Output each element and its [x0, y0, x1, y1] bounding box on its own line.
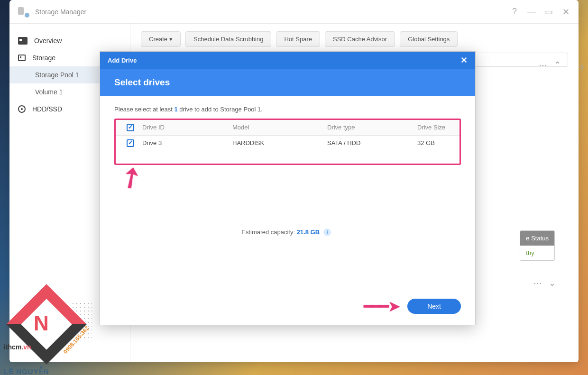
help-icon[interactable]: ?	[510, 7, 519, 17]
status-header: e Status	[520, 231, 554, 246]
sidebar-item-label: Storage	[32, 54, 55, 62]
col-model: Model	[232, 124, 327, 131]
table-row[interactable]: Drive 3 HARDDISK SATA / HDD 32 GB	[116, 136, 459, 151]
sidebar-item-label: Overview	[34, 37, 62, 45]
overview-icon	[18, 37, 28, 45]
cell-size: 32 GB	[417, 139, 457, 147]
floating-help-icon[interactable]: ?	[577, 62, 586, 76]
sidebar-item-label: Storage Pool 1	[35, 71, 79, 79]
app-title: Storage Manager	[35, 8, 86, 16]
cell-type: SATA / HDD	[327, 139, 417, 147]
status-box: e Status thy	[520, 230, 555, 261]
col-drive-type: Drive type	[327, 124, 417, 131]
modal-close-button[interactable]: ✕	[460, 55, 468, 65]
sidebar-item-overview[interactable]: Overview	[9, 32, 130, 49]
col-drive-id: Drive ID	[142, 124, 232, 131]
info-icon[interactable]: i	[323, 229, 331, 236]
chevron-up-icon[interactable]: ⌃	[554, 60, 561, 70]
ssd-cache-advisor-button[interactable]: SSD Cache Advisor	[325, 31, 395, 47]
hot-spare-button[interactable]: Hot Spare	[276, 31, 320, 47]
cell-model: HARDDISK	[232, 139, 327, 147]
window-controls: ? — ▭ ✕	[510, 7, 570, 17]
sidebar-item-label: Volume 1	[35, 88, 63, 96]
panel2-controls: ⋯ ⌄	[533, 278, 556, 288]
select-all-checkbox[interactable]	[127, 124, 134, 131]
modal-heading: Select drives	[100, 69, 475, 96]
add-drive-modal: Add Drive ✕ Select drives Please select …	[100, 51, 476, 325]
footer-row: ━━━➤ Next	[114, 292, 461, 315]
next-button[interactable]: Next	[407, 299, 461, 314]
instruction-text: Please select at least 1 drive to add to…	[114, 106, 461, 113]
more-icon[interactable]: ⋯	[539, 60, 547, 70]
modal-titlebar: Add Drive ✕	[100, 52, 475, 69]
global-settings-button[interactable]: Global Settings	[400, 31, 458, 47]
toolbar: Create▾ Schedule Data Scrubbing Hot Spar…	[141, 31, 568, 47]
minimize-icon[interactable]: —	[527, 7, 536, 17]
storage-manager-icon	[18, 6, 29, 18]
chevron-down-icon: ▾	[169, 36, 173, 43]
annotation-arrow-icon: ━━━➤	[364, 297, 400, 315]
status-value: thy	[520, 246, 554, 260]
schedule-data-scrubbing-button[interactable]: Schedule Data Scrubbing	[185, 31, 271, 47]
hdd-icon	[18, 105, 26, 113]
titlebar: Storage Manager ? — ▭ ✕	[9, 0, 579, 24]
modal-body: Please select at least 1 drive to add to…	[100, 96, 475, 325]
cell-drive-id: Drive 3	[142, 139, 232, 147]
col-drive-size: Drive Size	[417, 124, 457, 131]
sidebar-item-label: HDD/SSD	[32, 105, 62, 113]
table-header-row: Drive ID Model Drive type Drive Size	[116, 120, 459, 136]
chevron-down-icon[interactable]: ⌄	[549, 278, 556, 288]
storage-icon	[18, 55, 26, 61]
maximize-icon[interactable]: ▭	[544, 7, 553, 17]
table-padding	[116, 151, 459, 164]
more-icon[interactable]: ⋯	[533, 278, 542, 288]
create-button[interactable]: Create▾	[141, 31, 181, 47]
close-icon[interactable]: ✕	[561, 7, 570, 17]
modal-title: Add Drive	[108, 57, 137, 64]
row-checkbox[interactable]	[127, 139, 134, 147]
estimated-capacity: Estimated capacity: 21.8 GB i	[241, 229, 333, 292]
drive-table: Drive ID Model Drive type Drive Size Dri…	[114, 119, 461, 165]
